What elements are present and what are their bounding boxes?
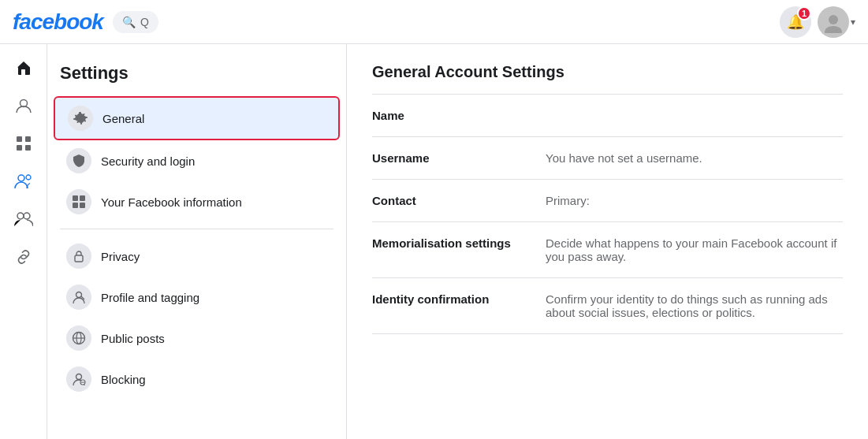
notification-button[interactable]: 🔔 1 [780,6,811,38]
profile-chevron: ▾ [851,17,855,28]
svg-point-1 [825,26,842,33]
search-icon: 🔍 [122,16,136,28]
top-nav-left: facebook 🔍 Q [13,9,158,35]
contact-label: Contact [372,194,546,207]
svg-point-9 [26,175,31,180]
avatar-icon [822,11,844,33]
memorialisation-value: Decide what happens to your main Faceboo… [546,236,843,263]
facebook-info-label: Your Facebook information [101,195,242,209]
username-value: You have not set a username. [546,151,843,165]
privacy-icon [66,244,91,269]
general-icon [68,106,93,131]
security-icon [66,148,91,173]
settings-item-blocking[interactable]: Blocking [54,359,340,400]
security-label: Security and login [101,154,195,168]
svg-rect-6 [17,145,22,151]
sidebar-icon-home[interactable] [6,50,41,85]
settings-item-security[interactable]: Security and login [54,140,340,181]
svg-point-0 [829,15,838,24]
settings-row-identity: Identity confirmation Confirm your ident… [372,278,843,334]
sidebar-icon-profile[interactable] [6,88,41,123]
settings-item-public-posts[interactable]: Public posts [54,318,340,359]
svg-point-22 [76,374,82,380]
profile-tagging-label: Profile and tagging [101,291,199,304]
svg-point-3 [20,100,27,107]
svg-rect-2 [21,69,25,75]
facebook-logo: facebook [13,9,103,35]
blocking-icon [66,366,91,392]
icon-sidebar [0,44,47,439]
sidebar-icon-link[interactable] [6,240,41,274]
settings-sidebar: Settings General Security and login Your… [47,44,347,439]
notification-badge: 1 [797,6,811,20]
settings-item-general[interactable]: General [54,96,340,140]
settings-row-username: Username You have not set a username. [372,137,843,180]
settings-item-privacy[interactable]: Privacy [54,236,340,277]
public-posts-label: Public posts [101,332,165,345]
settings-item-facebook-info[interactable]: Your Facebook information [54,181,340,222]
search-box[interactable]: 🔍 Q [113,11,158,33]
svg-point-8 [18,175,24,181]
svg-rect-14 [80,195,85,201]
sidebar-icon-grid[interactable] [6,126,41,161]
svg-rect-16 [80,203,85,208]
general-label: General [102,112,144,125]
main-layout: Settings General Security and login Your… [0,44,868,439]
svg-rect-15 [73,203,78,208]
blocking-label: Blocking [101,373,146,386]
page-title: General Account Settings [372,63,843,81]
svg-rect-5 [25,136,31,142]
identity-value: Confirm your identity to do things such … [546,292,843,319]
identity-label: Identity confirmation [372,292,546,306]
top-nav-right: 🔔 1 ▾ [780,6,855,38]
svg-point-10 [17,213,24,219]
sidebar-icon-groups[interactable] [6,202,41,236]
settings-divider-1 [60,229,333,229]
top-nav: facebook 🔍 Q 🔔 1 ▾ [0,0,868,44]
svg-point-18 [76,292,82,298]
name-label: Name [372,109,546,122]
facebook-info-icon [66,189,91,214]
svg-point-11 [24,213,30,219]
username-label: Username [372,151,546,165]
profile-menu[interactable]: ▾ [818,6,855,38]
svg-rect-17 [75,255,83,262]
settings-row-name: Name [372,95,843,137]
search-placeholder: Q [140,16,149,28]
settings-row-contact: Contact Primary: [372,180,843,222]
privacy-label: Privacy [101,250,140,263]
memorialisation-label: Memorialisation settings [372,236,546,250]
svg-rect-7 [25,145,31,151]
settings-row-memorialisation: Memorialisation settings Decide what hap… [372,222,843,278]
settings-item-profile-tagging[interactable]: Profile and tagging [54,277,340,318]
avatar[interactable] [818,6,849,38]
settings-title: Settings [47,57,346,96]
public-posts-icon [66,326,91,351]
svg-rect-13 [73,195,78,201]
contact-value: Primary: [546,194,843,207]
profile-tagging-icon [66,285,91,310]
sidebar-icon-friends[interactable] [6,164,41,199]
main-content: General Account Settings Name Username Y… [347,44,868,439]
svg-rect-4 [17,136,22,142]
